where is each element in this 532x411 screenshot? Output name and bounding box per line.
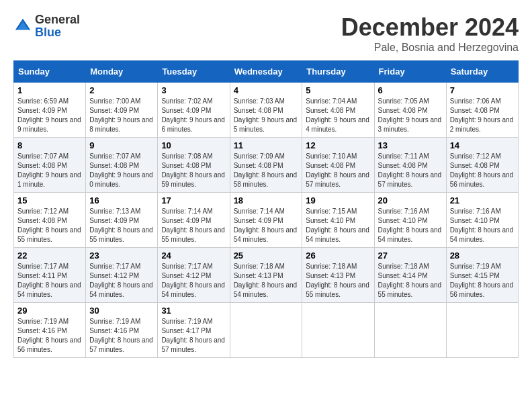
day-detail: Sunrise: 7:19 AMSunset: 4:17 PMDaylight:… bbox=[161, 318, 225, 353]
day-number: 22 bbox=[17, 250, 82, 261]
day-number: 7 bbox=[450, 85, 515, 95]
day-detail: Sunrise: 7:19 AMSunset: 4:16 PMDaylight:… bbox=[17, 318, 81, 353]
day-detail: Sunrise: 7:15 AMSunset: 4:10 PMDaylight:… bbox=[306, 208, 369, 243]
day-number: 17 bbox=[161, 195, 226, 205]
day-number: 16 bbox=[89, 195, 154, 205]
day-detail: Sunrise: 7:16 AMSunset: 4:10 PMDaylight:… bbox=[450, 208, 514, 243]
calendar-cell: 10 Sunrise: 7:08 AMSunset: 4:08 PMDaylig… bbox=[158, 138, 230, 193]
day-number: 23 bbox=[89, 250, 154, 261]
calendar-cell: 20 Sunrise: 7:16 AMSunset: 4:10 PMDaylig… bbox=[374, 193, 446, 248]
day-detail: Sunrise: 7:06 AMSunset: 4:08 PMDaylight:… bbox=[450, 97, 514, 133]
calendar-cell: 14 Sunrise: 7:12 AMSunset: 4:08 PMDaylig… bbox=[446, 138, 518, 193]
calendar-row: 1 Sunrise: 6:59 AMSunset: 4:09 PMDayligh… bbox=[14, 83, 519, 138]
day-detail: Sunrise: 7:17 AMSunset: 4:11 PMDaylight:… bbox=[17, 263, 81, 298]
day-number: 10 bbox=[161, 140, 226, 150]
day-number: 6 bbox=[378, 85, 443, 95]
col-friday: Friday bbox=[374, 61, 446, 83]
calendar-cell: 4 Sunrise: 7:03 AMSunset: 4:08 PMDayligh… bbox=[230, 83, 302, 138]
calendar-cell: 18 Sunrise: 7:14 AMSunset: 4:09 PMDaylig… bbox=[230, 193, 302, 248]
day-number: 13 bbox=[378, 140, 443, 150]
day-detail: Sunrise: 7:18 AMSunset: 4:13 PMDaylight:… bbox=[306, 263, 369, 298]
day-number: 9 bbox=[89, 140, 154, 150]
day-number: 21 bbox=[450, 195, 515, 205]
day-detail: Sunrise: 7:17 AMSunset: 4:12 PMDaylight:… bbox=[161, 263, 225, 298]
day-detail: Sunrise: 7:07 AMSunset: 4:08 PMDaylight:… bbox=[17, 152, 81, 188]
calendar-cell: 17 Sunrise: 7:14 AMSunset: 4:09 PMDaylig… bbox=[158, 193, 230, 248]
month-title: December 2024 bbox=[341, 13, 519, 42]
day-detail: Sunrise: 7:17 AMSunset: 4:12 PMDaylight:… bbox=[89, 263, 153, 298]
day-number: 14 bbox=[450, 140, 515, 150]
day-number: 5 bbox=[306, 85, 370, 95]
day-number: 3 bbox=[161, 85, 226, 95]
calendar-cell: 25 Sunrise: 7:18 AMSunset: 4:13 PMDaylig… bbox=[230, 248, 302, 303]
calendar-cell: 29 Sunrise: 7:19 AMSunset: 4:16 PMDaylig… bbox=[14, 303, 86, 358]
calendar-row: 22 Sunrise: 7:17 AMSunset: 4:11 PMDaylig… bbox=[14, 248, 519, 303]
day-number: 25 bbox=[234, 250, 299, 261]
calendar-cell: 23 Sunrise: 7:17 AMSunset: 4:12 PMDaylig… bbox=[86, 248, 158, 303]
calendar-cell: 2 Sunrise: 7:00 AMSunset: 4:09 PMDayligh… bbox=[86, 83, 158, 138]
day-number: 4 bbox=[234, 85, 299, 95]
calendar-cell: 21 Sunrise: 7:16 AMSunset: 4:10 PMDaylig… bbox=[446, 193, 518, 248]
day-number: 18 bbox=[234, 195, 299, 205]
day-number: 28 bbox=[450, 250, 515, 261]
calendar-body: 1 Sunrise: 6:59 AMSunset: 4:09 PMDayligh… bbox=[14, 83, 519, 358]
day-detail: Sunrise: 7:19 AMSunset: 4:15 PMDaylight:… bbox=[450, 263, 514, 298]
day-detail: Sunrise: 7:03 AMSunset: 4:08 PMDaylight:… bbox=[234, 97, 298, 133]
day-detail: Sunrise: 6:59 AMSunset: 4:09 PMDaylight:… bbox=[17, 97, 81, 133]
col-sunday: Sunday bbox=[14, 61, 86, 83]
calendar-cell bbox=[230, 303, 302, 358]
day-detail: Sunrise: 7:14 AMSunset: 4:09 PMDaylight:… bbox=[234, 208, 298, 243]
calendar-cell: 6 Sunrise: 7:05 AMSunset: 4:08 PMDayligh… bbox=[374, 83, 446, 138]
col-monday: Monday bbox=[86, 61, 158, 83]
page-header: General Blue December 2024 Pale, Bosnia … bbox=[13, 13, 519, 54]
day-detail: Sunrise: 7:14 AMSunset: 4:09 PMDaylight:… bbox=[161, 208, 225, 243]
day-detail: Sunrise: 7:12 AMSunset: 4:08 PMDaylight:… bbox=[17, 208, 81, 243]
title-area: December 2024 Pale, Bosnia and Herzegovi… bbox=[341, 13, 519, 54]
calendar-cell: 1 Sunrise: 6:59 AMSunset: 4:09 PMDayligh… bbox=[14, 83, 86, 138]
calendar-row: 15 Sunrise: 7:12 AMSunset: 4:08 PMDaylig… bbox=[14, 193, 519, 248]
calendar-cell: 15 Sunrise: 7:12 AMSunset: 4:08 PMDaylig… bbox=[14, 193, 86, 248]
day-detail: Sunrise: 7:16 AMSunset: 4:10 PMDaylight:… bbox=[378, 208, 442, 243]
day-detail: Sunrise: 7:11 AMSunset: 4:08 PMDaylight:… bbox=[378, 152, 442, 188]
calendar-cell: 7 Sunrise: 7:06 AMSunset: 4:08 PMDayligh… bbox=[446, 83, 518, 138]
day-detail: Sunrise: 7:18 AMSunset: 4:14 PMDaylight:… bbox=[378, 263, 442, 298]
day-number: 24 bbox=[161, 250, 226, 261]
calendar-cell: 22 Sunrise: 7:17 AMSunset: 4:11 PMDaylig… bbox=[14, 248, 86, 303]
day-number: 19 bbox=[306, 195, 370, 205]
day-detail: Sunrise: 7:09 AMSunset: 4:08 PMDaylight:… bbox=[234, 152, 298, 188]
logo-icon bbox=[13, 17, 32, 36]
day-detail: Sunrise: 7:18 AMSunset: 4:13 PMDaylight:… bbox=[234, 263, 298, 298]
col-saturday: Saturday bbox=[446, 61, 518, 83]
logo-text: General Blue bbox=[35, 13, 80, 39]
day-number: 27 bbox=[378, 250, 443, 261]
calendar-cell: 16 Sunrise: 7:13 AMSunset: 4:09 PMDaylig… bbox=[86, 193, 158, 248]
day-detail: Sunrise: 7:10 AMSunset: 4:08 PMDaylight:… bbox=[306, 152, 369, 188]
col-thursday: Thursday bbox=[302, 61, 374, 83]
day-detail: Sunrise: 7:05 AMSunset: 4:08 PMDaylight:… bbox=[378, 97, 442, 133]
calendar-cell: 9 Sunrise: 7:07 AMSunset: 4:08 PMDayligh… bbox=[86, 138, 158, 193]
calendar-cell: 5 Sunrise: 7:04 AMSunset: 4:08 PMDayligh… bbox=[302, 83, 374, 138]
calendar-cell: 13 Sunrise: 7:11 AMSunset: 4:08 PMDaylig… bbox=[374, 138, 446, 193]
col-tuesday: Tuesday bbox=[158, 61, 230, 83]
calendar-cell: 31 Sunrise: 7:19 AMSunset: 4:17 PMDaylig… bbox=[158, 303, 230, 358]
calendar-cell bbox=[446, 303, 518, 358]
logo: General Blue bbox=[13, 13, 80, 39]
calendar-row: 8 Sunrise: 7:07 AMSunset: 4:08 PMDayligh… bbox=[14, 138, 519, 193]
location-subtitle: Pale, Bosnia and Herzegovina bbox=[341, 42, 519, 54]
day-number: 8 bbox=[17, 140, 82, 150]
calendar-row: 29 Sunrise: 7:19 AMSunset: 4:16 PMDaylig… bbox=[14, 303, 519, 358]
calendar-cell: 19 Sunrise: 7:15 AMSunset: 4:10 PMDaylig… bbox=[302, 193, 374, 248]
header-row: Sunday Monday Tuesday Wednesday Thursday… bbox=[14, 61, 519, 83]
day-number: 20 bbox=[378, 195, 443, 205]
calendar-cell: 8 Sunrise: 7:07 AMSunset: 4:08 PMDayligh… bbox=[14, 138, 86, 193]
day-number: 12 bbox=[306, 140, 370, 150]
day-detail: Sunrise: 7:12 AMSunset: 4:08 PMDaylight:… bbox=[450, 152, 514, 188]
day-detail: Sunrise: 7:19 AMSunset: 4:16 PMDaylight:… bbox=[89, 318, 153, 353]
day-number: 26 bbox=[306, 250, 370, 261]
day-detail: Sunrise: 7:04 AMSunset: 4:08 PMDaylight:… bbox=[306, 97, 369, 133]
day-detail: Sunrise: 7:08 AMSunset: 4:08 PMDaylight:… bbox=[161, 152, 225, 188]
calendar-cell: 12 Sunrise: 7:10 AMSunset: 4:08 PMDaylig… bbox=[302, 138, 374, 193]
day-number: 11 bbox=[234, 140, 299, 150]
day-detail: Sunrise: 7:13 AMSunset: 4:09 PMDaylight:… bbox=[89, 208, 153, 243]
col-wednesday: Wednesday bbox=[230, 61, 302, 83]
